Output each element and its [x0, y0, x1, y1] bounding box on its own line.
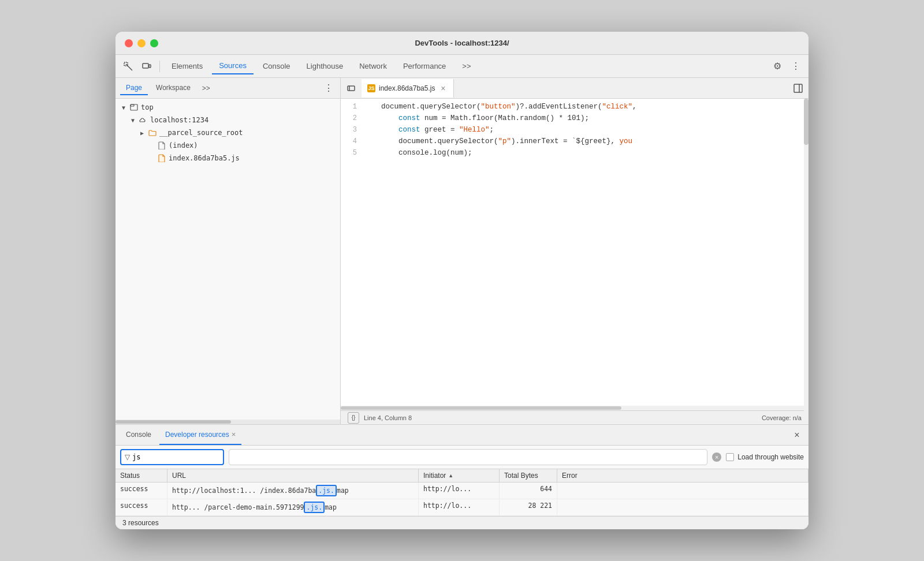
line-content-2: const num = Math.floor(Math.random() * 1… — [364, 113, 808, 124]
tree-arrow-top: ▼ — [120, 104, 127, 111]
code-line-5: 5 console.log(num); — [341, 147, 808, 159]
row2-url: http... /parcel-demo-main.5971299.js.map — [167, 499, 419, 515]
panel-tabs-more[interactable]: >> — [199, 83, 214, 94]
traffic-lights — [125, 39, 158, 47]
row1-url-prefix: http://localhost:1... /index.86da7ba — [172, 487, 316, 495]
resources-count: 3 resources — [122, 519, 159, 527]
row2-url-suffix: map — [325, 503, 337, 511]
svg-line-1 — [126, 64, 132, 70]
row1-url-suffix: map — [337, 487, 349, 495]
tab-network[interactable]: Network — [352, 58, 394, 74]
tree-item-index[interactable]: ▶ (index) — [116, 139, 340, 152]
table-row-1[interactable]: success http://localhost:1... /index.86d… — [116, 483, 808, 499]
editor-scrollbar-v[interactable] — [804, 99, 808, 424]
tree-item-localhost[interactable]: ▼ localhost:1234 — [116, 114, 340, 126]
tab-performance[interactable]: Performance — [396, 58, 453, 74]
row1-status-value: success — [120, 485, 148, 493]
url-filter-input[interactable] — [229, 449, 707, 465]
tab-developer-resources-label: Developer resources — [165, 431, 229, 439]
bottom-panel-close[interactable]: × — [790, 428, 804, 442]
header-bytes-label: Total Bytes — [504, 472, 538, 480]
tab-sources[interactable]: Sources — [212, 58, 254, 74]
code-line-3: 3 const greet = "Hello"; — [341, 124, 808, 136]
header-status-label: Status — [120, 472, 140, 480]
panel-tab-options[interactable]: ⋮ — [322, 81, 336, 95]
bottom-panel: Console Developer resources × × ▽ × Load… — [116, 424, 808, 529]
header-status: Status — [116, 469, 167, 482]
toolbar-right: ⚙ ⋮ — [769, 58, 804, 74]
filter-input-wrap[interactable]: ▽ — [120, 449, 224, 465]
menu-icon[interactable]: ⋮ — [788, 58, 804, 74]
left-panel: Page Workspace >> ⋮ ▼ top — [116, 78, 341, 424]
row1-status: success — [116, 483, 167, 499]
editor-scrollbar-v-thumb — [804, 99, 808, 145]
line-content-1: document.querySelector("button")?.addEve… — [364, 101, 808, 113]
load-through-label: Load through website — [737, 453, 804, 461]
editor-tab-js[interactable]: JS index.86da7ba5.js × — [362, 79, 454, 98]
tab-lighthouse[interactable]: Lighthouse — [300, 58, 351, 74]
filter-icon: ▽ — [125, 453, 130, 461]
tree-label-top: top — [141, 103, 154, 111]
row2-url-prefix: http... /parcel-demo-main.5971299 — [172, 503, 304, 511]
bottom-footer: 3 resources — [116, 516, 808, 529]
filter-input[interactable] — [132, 453, 178, 461]
svg-rect-5 — [131, 104, 134, 106]
folder-icon-parcel — [148, 128, 157, 137]
row2-url-highlight: .js. — [304, 502, 325, 513]
table-header: Status URL Initiator ▲ Total Bytes Error — [116, 469, 808, 483]
line-content-4: document.querySelector("p").innerText = … — [364, 136, 808, 147]
tree-scrollbar[interactable] — [116, 420, 340, 424]
row1-error — [557, 483, 808, 499]
load-through: Load through website — [726, 453, 804, 461]
header-initiator[interactable]: Initiator ▲ — [419, 469, 500, 482]
code-line-2: 2 const num = Math.floor(Math.random() *… — [341, 113, 808, 124]
editor-panel-toggle[interactable] — [790, 80, 806, 96]
tab-elements[interactable]: Elements — [165, 58, 210, 74]
toolbar-separator-1 — [159, 61, 160, 72]
tree-item-js[interactable]: ▶ index.86da7ba5.js — [116, 152, 340, 164]
filter-row: ▽ × Load through website — [116, 446, 808, 469]
maximize-button[interactable] — [150, 39, 158, 47]
tab-console-bottom[interactable]: Console — [120, 425, 157, 445]
coverage-label: Coverage: n/a — [762, 414, 802, 421]
tree-arrow-localhost: ▼ — [129, 117, 136, 124]
file-tree: ▼ top ▼ — [116, 99, 340, 420]
svg-rect-3 — [149, 65, 151, 68]
line-num-4: 4 — [341, 136, 364, 147]
tree-item-top[interactable]: ▼ top — [116, 101, 340, 114]
row1-url: http://localhost:1... /index.86da7ba.js.… — [167, 483, 419, 499]
code-scrollbar[interactable] — [341, 406, 808, 410]
editor-tab-js-icon: JS — [367, 84, 375, 92]
editor-position: Line 4, Column 8 — [364, 414, 412, 421]
tab-developer-resources-close[interactable]: × — [232, 430, 236, 439]
filter-clear-button[interactable]: × — [712, 452, 721, 462]
close-button[interactable] — [125, 39, 133, 47]
line-num-5: 5 — [341, 147, 364, 159]
editor-tab-close[interactable]: × — [438, 84, 448, 93]
pretty-print-button[interactable]: {} — [348, 412, 359, 424]
line-num-2: 2 — [341, 113, 364, 124]
tree-item-parcel[interactable]: ▶ __parcel_source_root — [116, 126, 340, 139]
minimize-button[interactable] — [137, 39, 146, 47]
titlebar: DevTools - localhost:1234/ — [116, 32, 808, 55]
header-error-label: Error — [562, 472, 578, 480]
panel-tabs: Page Workspace >> ⋮ — [116, 78, 340, 99]
editor-nav-icon[interactable] — [343, 80, 359, 96]
table-row-2[interactable]: success http... /parcel-demo-main.597129… — [116, 499, 808, 516]
main-toolbar: Elements Sources Console Lighthouse Netw… — [116, 55, 808, 78]
load-through-checkbox[interactable] — [726, 453, 734, 461]
tab-developer-resources[interactable]: Developer resources × — [159, 425, 241, 445]
tab-console[interactable]: Console — [256, 58, 297, 74]
settings-icon[interactable]: ⚙ — [769, 58, 785, 74]
inspect-icon[interactable] — [120, 58, 136, 74]
code-area[interactable]: 1 document.querySelector("button")?.addE… — [341, 99, 808, 406]
tab-more[interactable]: >> — [455, 58, 478, 74]
tree-label-parcel: __parcel_source_root — [159, 129, 243, 137]
tab-workspace[interactable]: Workspace — [150, 81, 196, 95]
row1-url-highlight: .js. — [316, 485, 337, 496]
tab-page[interactable]: Page — [120, 81, 148, 95]
header-initiator-label: Initiator — [423, 472, 446, 480]
code-scrollbar-thumb — [341, 406, 621, 410]
tree-scrollbar-thumb — [116, 420, 231, 424]
device-icon[interactable] — [139, 58, 155, 74]
